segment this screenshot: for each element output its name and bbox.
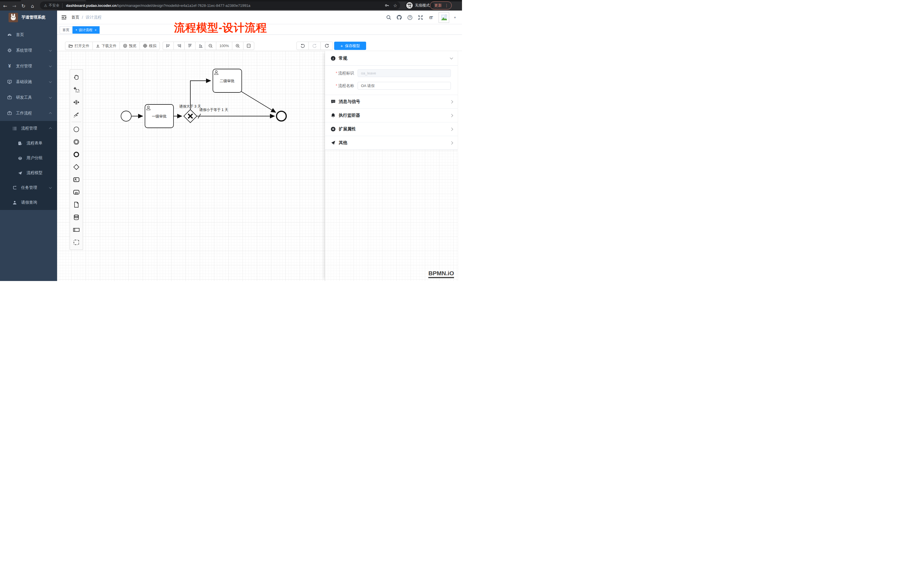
process-key-input[interactable]: oa_leave: [357, 69, 451, 77]
chevron-down-icon: [49, 48, 52, 51]
task-label: 二级审批: [220, 79, 235, 83]
redo-button[interactable]: [309, 42, 321, 49]
sidebar-collapse-icon[interactable]: [61, 15, 67, 20]
close-icon[interactable]: ×: [95, 28, 96, 31]
edge-label-gt3[interactable]: 请假大于 3 天: [179, 104, 201, 108]
flow-task2-to-end[interactable]: [242, 91, 276, 112]
properties-panel: i 常规 *流程标识 oa_leave *流程名称 OA 请假 消息与信号: [325, 51, 462, 281]
task-level1-approve[interactable]: 一级审批: [145, 104, 174, 128]
tab-home[interactable]: 首页: [60, 26, 72, 34]
sidebar-item-process-model[interactable]: 流程模型: [0, 165, 57, 180]
sidebar-item-payment[interactable]: ¥ 支付管理: [0, 58, 57, 74]
field-process-key: *流程标识 oa_leave: [329, 69, 451, 77]
browser-chrome: ← → ↻ ⌂ ⚠ 不安全 dashboard.yudao.iocoder.cn…: [0, 0, 462, 10]
fullscreen-icon[interactable]: [417, 15, 423, 20]
back-icon[interactable]: ←: [2, 3, 8, 9]
process-name-input[interactable]: OA 请假: [357, 82, 451, 90]
sidebar-item-label: 流程模型: [27, 170, 42, 175]
section-execution-listener[interactable]: 执行监听器: [325, 108, 458, 122]
briefcase-icon: [7, 111, 12, 115]
restart-button[interactable]: [321, 42, 333, 49]
key-icon[interactable]: [385, 3, 389, 8]
breadcrumb-home[interactable]: 首页: [71, 15, 80, 20]
section-title: 执行监听器: [339, 113, 360, 118]
sidebar-item-devtools[interactable]: 研发工具: [0, 90, 57, 105]
chevron-down-icon: [49, 186, 52, 189]
sidebar-item-label: 首页: [16, 32, 24, 37]
sidebar-item-label: 流程表单: [27, 141, 42, 146]
sidebar-item-system[interactable]: 系统管理: [0, 42, 57, 58]
app-title: 芋道管理系统: [21, 15, 45, 20]
svg-text:?: ?: [409, 16, 411, 19]
start-event[interactable]: [121, 111, 131, 121]
zoom-out-icon: [208, 43, 213, 48]
preview-icon: [123, 43, 127, 48]
edge-label-lte1[interactable]: 请假小于等于 1 天: [199, 108, 228, 112]
fontsize-icon[interactable]: tT: [428, 15, 434, 20]
active-dot-icon: ●: [76, 29, 77, 31]
bpmn-io-logo[interactable]: BPMN.iO: [428, 270, 454, 278]
message-icon: [331, 99, 336, 104]
url-bar[interactable]: ⚠ 不安全 dashboard.yudao.iocoder.cn/bpm/man…: [40, 1, 400, 9]
zoom-in-button[interactable]: [232, 42, 243, 49]
avatar[interactable]: [439, 12, 449, 23]
dropdown-caret-icon[interactable]: ▾: [454, 16, 456, 19]
annotation-title: 流程模型-设计流程: [174, 21, 267, 35]
download-file-button[interactable]: 下载文件: [93, 42, 120, 49]
required-mark: *: [336, 83, 337, 88]
monitor-icon: [7, 79, 12, 84]
sidebar-item-label: 支付管理: [16, 64, 32, 69]
user-group-icon: [18, 156, 22, 160]
sidebar-item-leave-query[interactable]: 请假查询: [0, 195, 57, 210]
align-right-icon: [177, 43, 181, 48]
align-left-button[interactable]: [163, 42, 174, 49]
section-message-signal[interactable]: 消息与信号: [325, 95, 458, 108]
section-general[interactable]: i 常规: [325, 51, 458, 65]
field-process-name: *流程名称 OA 请假: [329, 82, 451, 90]
save-model-button[interactable]: + 保存模型: [334, 42, 366, 50]
task-level2-approve[interactable]: 二级审批: [213, 69, 242, 93]
sidebar-item-process-mgmt[interactable]: 流程管理: [0, 121, 57, 136]
update-button[interactable]: 更新 ⋮: [430, 1, 452, 9]
align-right-button[interactable]: [174, 42, 184, 49]
zoom-out-button[interactable]: [205, 42, 216, 49]
end-event[interactable]: [276, 111, 286, 121]
open-file-button[interactable]: 打开文件: [65, 42, 93, 49]
home-icon[interactable]: ⌂: [30, 3, 35, 9]
incognito-badge: 无痕模式: [405, 1, 434, 9]
chevron-up-icon: [49, 112, 52, 115]
sidebar-item-label: 用户分组: [27, 156, 42, 160]
sidebar-item-task-mgmt[interactable]: 任务管理: [0, 180, 57, 195]
sidebar-logo[interactable]: 芋道管理系统: [0, 10, 57, 24]
star-icon[interactable]: ☆: [393, 3, 397, 8]
send-icon: [331, 140, 336, 145]
tab-design-process[interactable]: ● 设计流程 ×: [72, 26, 100, 34]
github-icon[interactable]: [396, 15, 402, 20]
fit-viewport-button[interactable]: [243, 42, 254, 49]
search-icon[interactable]: [386, 15, 392, 20]
sidebar-item-workflow[interactable]: 工作流程: [0, 105, 57, 121]
forward-icon[interactable]: →: [11, 3, 17, 9]
reload-icon[interactable]: ↻: [21, 3, 26, 9]
undo-button[interactable]: [297, 42, 309, 49]
sidebar-item-process-form[interactable]: 流程表单: [0, 136, 57, 151]
page: ← → ↻ ⌂ ⚠ 不安全 dashboard.yudao.iocoder.cn…: [0, 0, 462, 281]
url-text[interactable]: dashboard.yudao.iocoder.cn/bpm/manager/m…: [66, 3, 385, 8]
help-icon[interactable]: ?: [407, 15, 412, 20]
section-other[interactable]: 其他: [325, 136, 458, 150]
zoom-level-value: 100%: [219, 43, 229, 48]
list-tree-icon: [12, 126, 17, 131]
sidebar-item-user-group[interactable]: 用户分组: [0, 151, 57, 165]
kebab-menu-icon[interactable]: ⋮: [445, 3, 448, 8]
align-top-button[interactable]: [184, 42, 195, 49]
chevron-down-icon: [49, 80, 52, 83]
preview-button[interactable]: 预览: [120, 42, 140, 49]
simulate-button[interactable]: 模拟: [140, 42, 159, 49]
sidebar-item-infra[interactable]: 基础设施: [0, 74, 57, 90]
section-extended-attrs[interactable]: 扩展属性: [325, 122, 458, 136]
sidebar-item-home[interactable]: 首页: [0, 27, 57, 42]
panel-scrollbar-gutter[interactable]: [458, 51, 462, 281]
exclusive-gateway[interactable]: [184, 109, 197, 123]
chevron-down-icon: [49, 96, 52, 99]
security-chip[interactable]: ⚠ 不安全: [44, 3, 63, 8]
